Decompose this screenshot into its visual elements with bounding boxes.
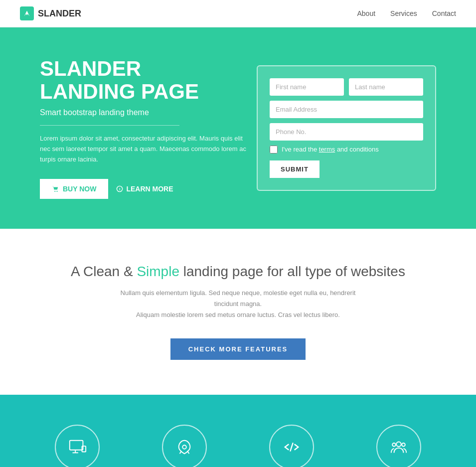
form-phone-row [270,123,423,141]
cards-section: Responsive Design Sed dolor nisl, blandi… [0,395,476,467]
hero-buttons: BUY NOW i LEARN MORE [40,179,249,199]
features-section: A Clean & Simple landing page for all ty… [0,229,476,395]
form-terms-row: I've read the terms and conditions [270,146,423,154]
brand-icon [20,6,34,20]
learn-more-button[interactable]: i LEARN MORE [116,185,173,193]
svg-point-13 [402,443,405,447]
svg-rect-5 [70,441,83,450]
features-title: A Clean & Simple landing page for all ty… [20,264,456,280]
monitor-icon [68,438,87,457]
responsive-icon-circle [55,425,100,467]
last-name-input[interactable] [349,78,423,96]
card-clients: Clients Loving Sed dolor nisl, blandit n… [349,425,449,467]
cart-icon [52,185,59,192]
hero-body: Lorem ipsum dolor sit amet, consectetur … [40,134,249,164]
card-launch: Quick Launch Sed dolor nisl, blandit nec… [135,425,234,467]
svg-point-12 [392,443,396,447]
hero-subtitle: Smart bootstrap landing theme [40,108,249,117]
rocket-icon [175,438,194,457]
nav-services[interactable]: Services [390,9,417,17]
coded-icon-circle [269,425,314,467]
form-email-row [270,101,423,118]
brand: SLANDER [20,6,81,20]
svg-text:i: i [120,187,121,191]
code-icon [282,438,301,457]
svg-point-11 [396,442,401,447]
card-responsive: Responsive Design Sed dolor nisl, blandi… [27,425,127,467]
features-subtitle: Nullam quis elementum ligula. Sed neque … [109,288,368,320]
buy-now-button[interactable]: BUY NOW [40,179,108,199]
nav-about[interactable]: About [357,9,375,17]
svg-point-2 [56,191,57,192]
nav-contact[interactable]: Contact [432,9,456,17]
hero-form: I've read the terms and conditions SUBMI… [257,65,436,191]
svg-marker-0 [24,11,30,16]
hero-divider [40,125,179,126]
clients-icon-circle [376,425,421,467]
info-icon: i [116,185,123,192]
launch-icon-circle [162,425,207,467]
svg-point-9 [182,445,186,449]
cards-grid: Responsive Design Sed dolor nisl, blandi… [24,425,453,467]
form-name-row [270,78,423,96]
hero-section: SLANDERLANDING PAGE Smart bootstrap land… [0,27,476,229]
first-name-input[interactable] [270,78,344,96]
nav-links: About Services Contact [357,9,456,17]
card-coded: Clean Coded Sed dolor nisl, blandit nec … [242,425,341,467]
email-input[interactable] [270,101,423,118]
terms-checkbox[interactable] [270,146,278,154]
navbar: SLANDER About Services Contact [0,0,476,27]
check-features-button[interactable]: CHECK MORE FEATURES [170,338,306,360]
svg-point-1 [54,191,55,192]
brand-logo-icon [22,9,31,18]
svg-line-10 [290,443,293,451]
hero-left: SLANDERLANDING PAGE Smart bootstrap land… [40,57,249,199]
phone-input[interactable] [270,123,423,141]
terms-link[interactable]: terms [319,146,335,153]
terms-label: I've read the terms and conditions [282,146,379,153]
hero-title: SLANDERLANDING PAGE [40,57,249,103]
brand-name: SLANDER [38,8,81,19]
users-icon [389,438,408,457]
submit-button[interactable]: SUBMIT [270,160,319,178]
features-title-accent: Simple [137,264,179,279]
